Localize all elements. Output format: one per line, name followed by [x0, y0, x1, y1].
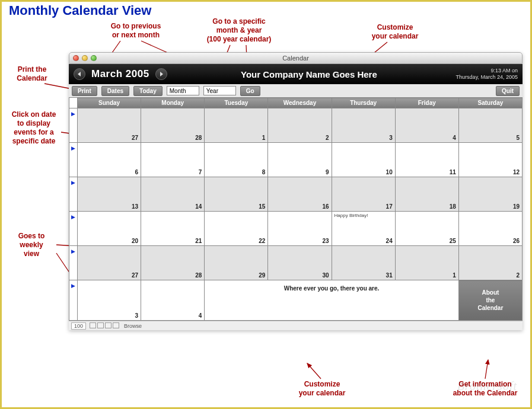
date-cell[interactable]: 16: [268, 177, 332, 212]
print-button[interactable]: Print: [72, 86, 97, 96]
callout-customize-top: Customizeyour calendar: [362, 23, 428, 41]
window-titlebar: Calendar: [69, 52, 523, 64]
day-header: Wednesday: [268, 98, 332, 108]
company-name: Your Company Name Goes Here: [241, 69, 377, 79]
next-month-button[interactable]: [155, 68, 167, 80]
date-cell[interactable]: 22: [205, 212, 268, 246]
week-arrow[interactable]: ▶: [69, 177, 78, 212]
date-cell[interactable]: 12: [458, 143, 522, 177]
week-arrow[interactable]: ▶: [69, 108, 78, 143]
date-cell[interactable]: 8: [205, 143, 268, 177]
date-cell[interactable]: 21: [141, 212, 205, 246]
callout-weekly: Goes toweeklyview: [8, 232, 55, 258]
date-cell[interactable]: 10: [332, 143, 395, 177]
current-month-year: March 2005: [91, 68, 149, 80]
date-cell[interactable]: 13: [78, 177, 141, 212]
mode-label: Browse: [124, 323, 142, 329]
date-cell[interactable]: 26: [458, 212, 522, 246]
today-button[interactable]: Today: [133, 86, 163, 96]
date-cell[interactable]: 1: [205, 108, 268, 143]
date-cell[interactable]: 30: [268, 246, 332, 280]
gutter-header: [69, 98, 78, 108]
callout-customize-bottom: Customizeyour calendar: [286, 380, 358, 398]
date-cell[interactable]: 7: [141, 143, 205, 177]
page-title: Monthly Calendar View: [9, 3, 151, 18]
date-cell[interactable]: 28: [141, 108, 205, 143]
date-cell[interactable]: 23: [268, 212, 332, 246]
date-cell[interactable]: 25: [395, 212, 458, 246]
svg-line-11: [307, 363, 321, 379]
quote-cell: Where ever you go, there you are.: [205, 280, 459, 321]
week-arrow[interactable]: ▶: [69, 212, 78, 246]
date-cell[interactable]: 3: [332, 108, 395, 143]
day-header: Saturday: [458, 98, 522, 108]
date-cell[interactable]: 31: [332, 246, 395, 280]
about-calendar-button[interactable]: AbouttheCalendar: [458, 280, 522, 321]
calendar-grid: Sunday Monday Tuesday Wednesday Thursday…: [69, 97, 523, 321]
date-cell[interactable]: 18: [395, 177, 458, 212]
date-cell[interactable]: 27: [78, 108, 141, 143]
prev-month-button[interactable]: [74, 68, 85, 80]
month-input[interactable]: [167, 86, 199, 95]
callout-click-date: Click on dateto displayevents for aspeci…: [4, 110, 63, 146]
date-cell[interactable]: 3: [78, 280, 141, 321]
week-arrow[interactable]: ▶: [69, 280, 78, 321]
callout-specific: Go to a specificmonth & year(100 year ca…: [197, 17, 281, 44]
date-cell[interactable]: 27: [78, 246, 141, 280]
date-cell[interactable]: 29: [205, 246, 268, 280]
day-header: Tuesday: [205, 98, 268, 108]
date-cell[interactable]: 5: [458, 108, 522, 143]
clock: 9:13 AM on Thursday, March 24, 2005: [456, 68, 518, 81]
view-mode-icons[interactable]: [90, 322, 120, 330]
date-cell[interactable]: 2: [268, 108, 332, 143]
week-arrow[interactable]: ▶: [69, 246, 78, 280]
date-cell[interactable]: 24Happy Birthday!: [332, 212, 395, 246]
date-cell[interactable]: 4: [141, 280, 205, 321]
clock-time: 9:13 AM on: [456, 68, 518, 74]
nav-bar: March 2005 Your Company Name Goes Here 9…: [69, 64, 523, 84]
event-text: Happy Birthday!: [335, 213, 368, 218]
zoom-level[interactable]: 100: [71, 322, 86, 330]
quote-text: Where ever you go, there you are.: [207, 282, 456, 292]
year-input[interactable]: [203, 86, 236, 95]
date-cell[interactable]: 14: [141, 177, 205, 212]
week-arrow[interactable]: ▶: [69, 143, 78, 177]
date-cell[interactable]: 2: [458, 246, 522, 280]
toolbar: Print Dates Today Go Quit: [69, 84, 523, 97]
day-header: Monday: [141, 98, 205, 108]
date-cell[interactable]: 17: [332, 177, 395, 212]
clock-date: Thursday, March 24, 2005: [456, 74, 518, 81]
callout-prev-next: Go to previousor next month: [94, 22, 177, 40]
date-cell[interactable]: 1: [395, 246, 458, 280]
window-title: Calendar: [69, 55, 522, 62]
dates-button[interactable]: Dates: [101, 86, 129, 96]
day-header: Friday: [395, 98, 458, 108]
day-header: Sunday: [78, 98, 141, 108]
day-header: Thursday: [332, 98, 395, 108]
date-cell[interactable]: 20: [78, 212, 141, 246]
quit-button[interactable]: Quit: [496, 86, 520, 96]
go-button[interactable]: Go: [240, 86, 260, 96]
date-cell[interactable]: 19: [458, 177, 522, 212]
app-window: Calendar March 2005 Your Company Name Go…: [69, 52, 523, 330]
date-cell[interactable]: 9: [268, 143, 332, 177]
callout-info: Get informationabout the Calendar: [447, 380, 524, 398]
date-cell[interactable]: 15: [205, 177, 268, 212]
status-bar: 100 Browse: [69, 321, 523, 330]
callout-print: Print theCalendar: [5, 65, 59, 83]
date-cell[interactable]: 6: [78, 143, 141, 177]
date-cell[interactable]: 4: [395, 108, 458, 143]
date-cell[interactable]: 28: [141, 246, 205, 280]
svg-line-12: [485, 360, 488, 379]
date-cell[interactable]: 11: [395, 143, 458, 177]
